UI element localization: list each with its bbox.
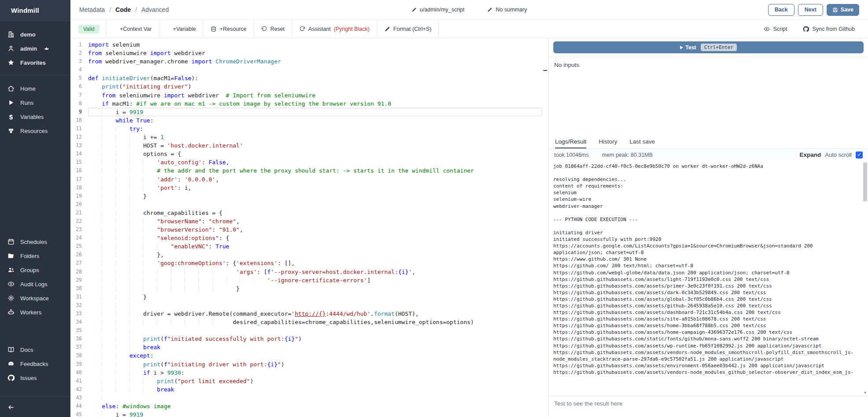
code-line[interactable]: 43: [70, 394, 542, 402]
autoscroll-checkbox[interactable]: ✓: [856, 151, 863, 159]
code-line[interactable]: 12 i += 1: [70, 133, 542, 141]
line-number: 26: [70, 251, 88, 259]
log-scrollbar[interactable]: ▾: [862, 162, 867, 395]
code-line[interactable]: 39 print(f"initiating driver with port:{…: [70, 360, 542, 369]
code-line[interactable]: 42 break: [70, 385, 542, 394]
code-line[interactable]: 40 if i > 9930:: [70, 369, 542, 377]
toolbar-button-assistant[interactable]: Assistant (Pyright Black): [292, 20, 377, 38]
sidebar-item-docs[interactable]: Docs: [0, 343, 70, 357]
toolbar-button-script[interactable]: Script: [757, 20, 794, 38]
tab-history[interactable]: History: [599, 135, 617, 148]
code-line[interactable]: 36 print(f"initiated successfully with p…: [70, 335, 542, 343]
code-line[interactable]: 17 'addr': '0.0.0.0',: [70, 175, 542, 184]
line-number: 17: [70, 175, 88, 184]
tab-last-save[interactable]: Last save: [629, 135, 655, 148]
main-column: Metadata/Code/Advanced u/admin/my_script…: [70, 0, 868, 417]
sidebar-item-audit-logs[interactable]: Audit Logs: [0, 277, 70, 291]
code-line[interactable]: 3from webdriver_manager.chrome import Ch…: [70, 57, 542, 66]
breadcrumb-code[interactable]: Code: [115, 6, 131, 13]
toolbar-button--resource[interactable]: +Resource: [203, 20, 254, 38]
expand-logs-button[interactable]: Expand: [800, 151, 821, 158]
code-line[interactable]: 28 'args': [f'--proxy-server=host.docker…: [70, 268, 542, 276]
code-line[interactable]: 5def initiateDriver(macM1=False):: [70, 74, 542, 82]
collapse-sidebar-button[interactable]: [0, 400, 70, 414]
code-line[interactable]: 41 print("port limit exceeded"): [70, 377, 542, 385]
sidebar-item-workspace[interactable]: Workspace: [0, 291, 70, 305]
code-line[interactable]: 30 }: [70, 284, 542, 293]
code-line[interactable]: 35: [70, 326, 542, 335]
code-line[interactable]: 14 options = {: [70, 150, 542, 158]
code-line[interactable]: 16 # the addr and the port where the pro…: [70, 166, 542, 175]
code-editor[interactable]: 1import selenium2from seleniumwire impor…: [70, 38, 548, 417]
editor-scrollbar[interactable]: [542, 38, 548, 417]
sidebar-item-workspace-demo[interactable]: demo: [0, 27, 70, 41]
toolbar-button-format-ctrl-s-[interactable]: Format (Ctrl+S): [377, 20, 438, 38]
code-line[interactable]: 2from seleniumwire import webdriver: [70, 49, 542, 57]
script-path-edit[interactable]: u/admin/my_script: [412, 7, 464, 13]
code-line[interactable]: 4: [70, 66, 542, 74]
breadcrumb-advanced[interactable]: Advanced: [141, 6, 169, 13]
code-line[interactable]: 10 while True:: [70, 116, 542, 125]
code-line[interactable]: 37 break: [70, 343, 542, 351]
code-line[interactable]: 7 from seleniumwire import webdriver # I…: [70, 91, 542, 100]
sidebar-item-workers[interactable]: Workers: [0, 305, 70, 319]
code-line[interactable]: 45 i = 9919: [70, 410, 542, 417]
code-line[interactable]: 21 chrome_capabilities = {: [70, 209, 542, 217]
code-line[interactable]: 18 'port': i,: [70, 184, 542, 192]
save-button[interactable]: Save: [827, 4, 859, 16]
code-line[interactable]: 44 else: #windows image: [70, 402, 542, 410]
sidebar-item-issues[interactable]: Issues: [0, 371, 70, 385]
code-line[interactable]: 38 except:: [70, 351, 542, 360]
code-line[interactable]: 34 desired_capabilities=chrome_capabilit…: [70, 318, 542, 326]
code-line[interactable]: 27 'goog:chromeOptions': {'extensions': …: [70, 259, 542, 267]
code-line[interactable]: 11 try:: [70, 125, 542, 133]
line-number: 38: [70, 351, 88, 360]
sidebar-item-variables[interactable]: $Variables: [0, 110, 70, 124]
code-line[interactable]: 22 "browserName": "chrome",: [70, 217, 542, 225]
code-line[interactable]: 23 "browserVersion": "91.0",: [70, 225, 542, 234]
code-line[interactable]: 20: [70, 200, 542, 209]
log-output[interactable]: job 01864aff-22dd-cf40-f0c5-0ec8e9b50c70…: [549, 161, 868, 396]
toolbar-button-sync-from-github[interactable]: Sync from Github: [796, 20, 862, 38]
dollar-icon: $: [166, 25, 170, 33]
code-line[interactable]: 29 '--ignore-certificate-errors']: [70, 276, 542, 284]
toolbar-button-reset[interactable]: Reset: [254, 20, 292, 38]
code-line[interactable]: 9 i = 9919: [70, 108, 542, 116]
log-scrollbar-thumb[interactable]: [863, 162, 867, 201]
sidebar-item-schedules[interactable]: Schedules: [0, 235, 70, 249]
toolbar-button--context-var[interactable]: $+Context Var: [106, 20, 159, 38]
back-button[interactable]: Back: [768, 4, 794, 16]
code-lines[interactable]: 1import selenium2from seleniumwire impor…: [70, 38, 542, 417]
editor-cursor-marker: [543, 70, 547, 71]
sidebar-item-home[interactable]: Home: [0, 81, 70, 96]
sidebar-item-resources[interactable]: Resources: [0, 124, 70, 138]
toolbar-button--variable[interactable]: $+Variable: [159, 20, 203, 38]
breadcrumb-metadata[interactable]: Metadata: [79, 6, 105, 13]
code-line[interactable]: 31 }: [70, 293, 542, 301]
sidebar-item-user-admin[interactable]: admin: [0, 41, 70, 55]
code-line[interactable]: 19 }: [70, 192, 542, 200]
code-line[interactable]: 1import selenium: [70, 41, 542, 49]
sidebar-item-groups[interactable]: Groups: [0, 263, 70, 277]
sidebar-item-label: Groups: [20, 267, 39, 273]
code-line[interactable]: 26 },: [70, 251, 542, 259]
code-line[interactable]: 24 "selenoid:options": {: [70, 234, 542, 242]
code-line[interactable]: 25 "enableVNC": True: [70, 242, 542, 251]
sidebar-item-favorites[interactable]: Favorites: [0, 55, 70, 70]
code-line[interactable]: 6 print("initiating driver"): [70, 82, 542, 91]
code-line[interactable]: 13 HOST = 'host.docker.internal': [70, 141, 542, 150]
sidebar-item-folders[interactable]: Folders: [0, 249, 70, 263]
logo-bar[interactable]: Windmill: [0, 0, 70, 21]
sidebar-item-feedbacks[interactable]: Feedbacks: [0, 357, 70, 371]
next-button[interactable]: Next: [798, 4, 823, 16]
code-line[interactable]: 15 'auto_config': False,: [70, 158, 542, 166]
test-button[interactable]: Test Ctrl+Enter: [553, 41, 864, 53]
line-number: 30: [70, 284, 88, 293]
code-line[interactable]: 32: [70, 301, 542, 310]
scroll-down-arrow[interactable]: ▾: [863, 391, 867, 395]
code-line[interactable]: 8 if macM1: #if we are on mac m1 -> cust…: [70, 100, 542, 108]
code-line[interactable]: 33 driver = webdriver.Remote(command_exe…: [70, 310, 542, 318]
sidebar-item-runs[interactable]: Runs: [0, 96, 70, 110]
script-summary-edit[interactable]: No summary: [487, 7, 527, 13]
tab-logs-result[interactable]: Logs/Result: [555, 135, 586, 148]
